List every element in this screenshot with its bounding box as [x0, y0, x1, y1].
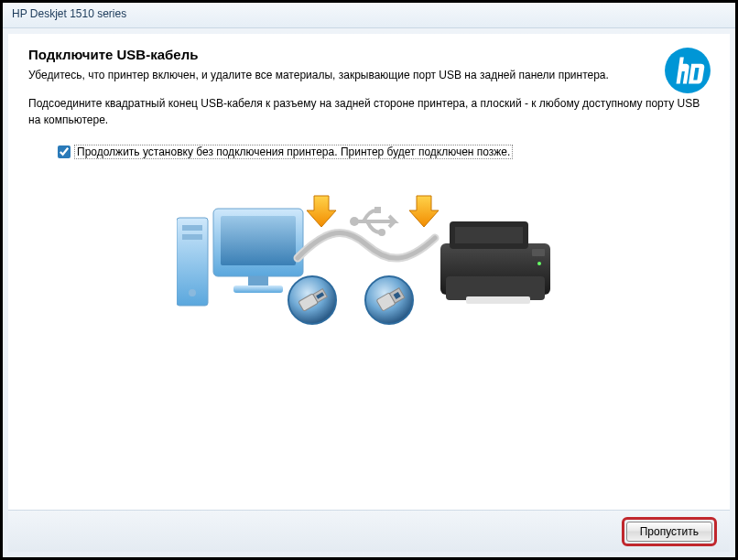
arrow-down-icon — [307, 196, 336, 227]
svg-rect-17 — [532, 249, 545, 256]
page-heading: Подключите USB-кабель — [28, 47, 710, 62]
svg-rect-3 — [182, 234, 202, 240]
svg-rect-6 — [221, 216, 296, 265]
svg-point-4 — [189, 289, 196, 296]
svg-rect-7 — [248, 276, 268, 285]
svg-rect-10 — [374, 207, 381, 213]
skip-button-highlight: Пропустить — [622, 517, 717, 546]
window-titlebar: HP Deskjet 1510 series — [3, 3, 735, 28]
installer-window: HP Deskjet 1510 series Подключите USB-ка… — [0, 0, 738, 560]
content-wrap: Подключите USB-кабель Убедитесь, что при… — [3, 28, 735, 557]
skip-connection-checkbox[interactable] — [58, 145, 71, 158]
svg-rect-2 — [182, 225, 202, 231]
skip-connection-checkbox-row: Продолжить установку без подключения при… — [58, 145, 710, 159]
svg-point-18 — [537, 262, 541, 265]
content-area: Подключите USB-кабель Убедитесь, что при… — [8, 34, 730, 510]
skip-connection-label[interactable]: Продолжить установку без подключения при… — [74, 145, 513, 159]
window-title: HP Deskjet 1510 series — [12, 7, 126, 20]
svg-rect-14 — [455, 227, 523, 243]
page-subheading: Убедитесь, что принтер включен, и удалит… — [28, 68, 614, 83]
footer-bar: Пропустить — [8, 510, 730, 552]
svg-rect-8 — [233, 285, 283, 293]
instruction-text: Подсоедините квадратный конец USB-кабеля… — [28, 96, 710, 128]
svg-point-11 — [378, 229, 385, 236]
svg-rect-16 — [466, 296, 530, 304]
usb-connection-illustration — [28, 190, 710, 337]
hp-logo-icon — [664, 47, 711, 94]
skip-button[interactable]: Пропустить — [626, 522, 712, 542]
arrow-down-icon — [409, 196, 439, 227]
